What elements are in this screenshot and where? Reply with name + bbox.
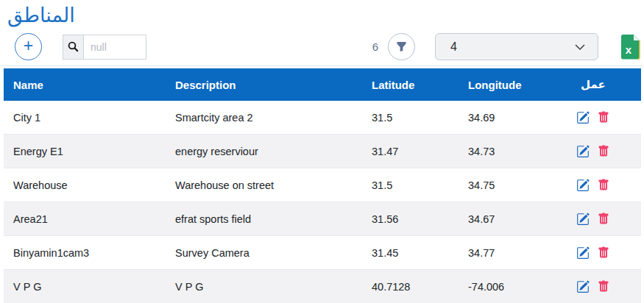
edit-button[interactable] bbox=[576, 145, 590, 158]
cell-longitude: 34.69 bbox=[459, 101, 567, 135]
pencil-square-icon bbox=[576, 145, 590, 158]
pencil-square-icon bbox=[576, 179, 590, 192]
table-row: City 1 Smartcity area 2 31.5 34.69 bbox=[4, 101, 641, 135]
cell-description: V P G bbox=[166, 270, 362, 303]
regions-page: المناطق + 6 4 bbox=[0, 0, 644, 303]
cell-longitude: 34.73 bbox=[459, 135, 567, 168]
cell-name: V P G bbox=[4, 270, 166, 303]
cell-description: energy reserviour bbox=[166, 135, 362, 168]
search-group bbox=[63, 35, 146, 60]
cell-description: Smartcity area 2 bbox=[166, 101, 362, 135]
page-size-select[interactable]: 4 bbox=[435, 33, 598, 60]
table-row: V P G V P G 40.7128 -74.006 bbox=[4, 270, 641, 303]
column-header-latitude: Latitude bbox=[362, 68, 459, 101]
cell-latitude: 31.47 bbox=[362, 135, 459, 168]
search-icon bbox=[63, 35, 83, 60]
pencil-square-icon bbox=[576, 213, 590, 226]
cell-longitude: 34.75 bbox=[459, 168, 567, 202]
result-count: 6 bbox=[372, 40, 378, 53]
cell-description: efrat sports field bbox=[166, 202, 362, 236]
pencil-square-icon bbox=[576, 280, 590, 293]
cell-name: Binyamin1cam3 bbox=[4, 236, 166, 270]
delete-button[interactable] bbox=[598, 280, 609, 293]
table-row: Warehouse Warehouse on street 31.5 34.75 bbox=[4, 168, 641, 202]
cell-longitude: -74.006 bbox=[459, 270, 567, 303]
edit-button[interactable] bbox=[576, 280, 590, 293]
table-row: Energy E1 energy reserviour 31.47 34.73 bbox=[4, 135, 641, 168]
excel-icon: x bbox=[620, 34, 640, 60]
toolbar: + 6 4 bbox=[15, 33, 640, 60]
svg-text:x: x bbox=[626, 43, 632, 56]
cell-latitude: 31.45 bbox=[362, 236, 459, 270]
table-row: Area21 efrat sports field 31.56 34.67 bbox=[4, 202, 641, 236]
regions-table: Name Description Latitude Longitude عمل … bbox=[4, 68, 641, 303]
column-header-name: Name bbox=[4, 68, 166, 101]
cell-name: Area21 bbox=[4, 202, 166, 236]
export-excel-button[interactable]: x bbox=[620, 34, 640, 60]
cell-description: Survey Camera bbox=[166, 236, 362, 270]
trash-icon bbox=[598, 246, 609, 259]
add-region-button[interactable]: + bbox=[15, 33, 42, 60]
delete-button[interactable] bbox=[598, 145, 609, 157]
edit-button[interactable] bbox=[576, 213, 590, 226]
chevron-down-icon bbox=[574, 41, 586, 53]
table-header-row: Name Description Latitude Longitude عمل bbox=[4, 68, 641, 101]
cell-description: Warehouse on street bbox=[166, 168, 362, 202]
trash-icon bbox=[598, 111, 609, 124]
trash-icon bbox=[598, 145, 609, 157]
cell-longitude: 34.67 bbox=[459, 202, 567, 236]
cell-latitude: 31.5 bbox=[362, 168, 459, 202]
delete-button[interactable] bbox=[598, 213, 609, 225]
edit-button[interactable] bbox=[576, 179, 590, 192]
cell-longitude: 34.77 bbox=[459, 236, 567, 270]
plus-icon: + bbox=[24, 38, 33, 54]
table-row: Binyamin1cam3 Survey Camera 31.45 34.77 bbox=[4, 236, 641, 270]
cell-name: Energy E1 bbox=[4, 135, 166, 168]
cell-name: Warehouse bbox=[4, 168, 166, 202]
funnel-icon bbox=[396, 41, 407, 52]
pencil-square-icon bbox=[576, 111, 590, 124]
trash-icon bbox=[598, 213, 609, 225]
trash-icon bbox=[598, 280, 609, 293]
edit-button[interactable] bbox=[576, 246, 590, 260]
toolbar-divider bbox=[0, 65, 644, 66]
column-header-longitude: Longitude bbox=[459, 68, 567, 101]
cell-latitude: 31.56 bbox=[362, 202, 459, 236]
column-header-actions: عمل bbox=[567, 68, 641, 101]
cell-name: City 1 bbox=[4, 101, 166, 135]
trash-icon bbox=[598, 179, 609, 191]
page-title: المناطق bbox=[0, 0, 644, 29]
cell-latitude: 40.7128 bbox=[362, 270, 459, 303]
pencil-square-icon bbox=[576, 246, 590, 260]
filter-button[interactable] bbox=[388, 33, 415, 60]
delete-button[interactable] bbox=[598, 111, 609, 124]
search-input[interactable] bbox=[83, 35, 146, 60]
edit-button[interactable] bbox=[576, 111, 590, 124]
cell-latitude: 31.5 bbox=[362, 101, 459, 135]
page-size-value: 4 bbox=[450, 40, 457, 54]
delete-button[interactable] bbox=[598, 246, 609, 259]
column-header-description: Description bbox=[166, 68, 362, 101]
delete-button[interactable] bbox=[598, 179, 609, 191]
